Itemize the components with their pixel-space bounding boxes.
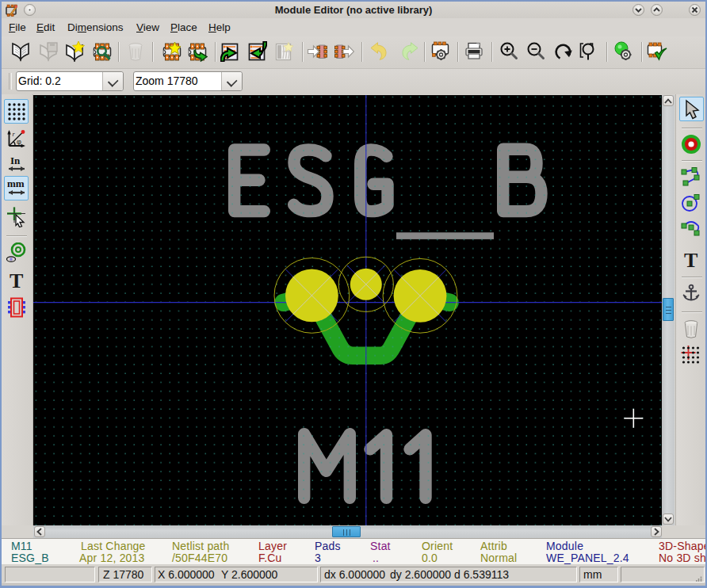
svg-text:φ: φ	[17, 138, 21, 146]
svg-text:In: In	[10, 155, 21, 166]
svg-text:mm: mm	[7, 178, 25, 189]
svg-text:T: T	[684, 250, 697, 270]
svg-text:r: r	[13, 131, 16, 138]
svg-text:T: T	[10, 270, 23, 291]
